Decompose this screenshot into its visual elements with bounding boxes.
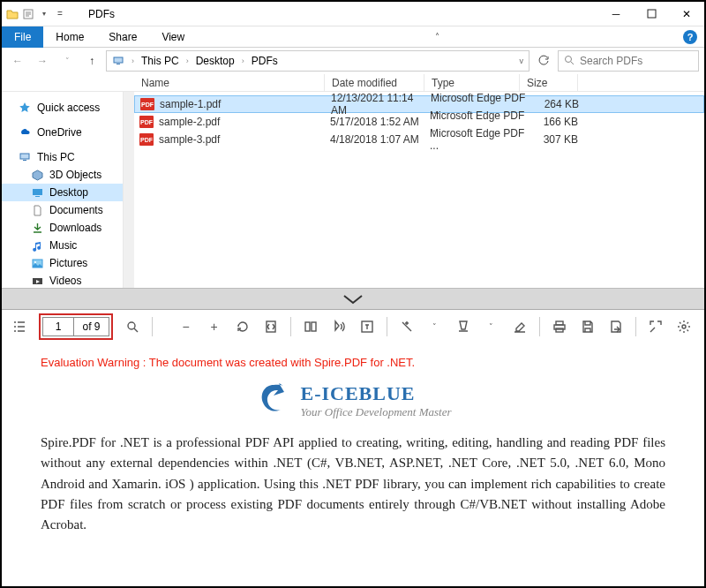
page-total: of 9 xyxy=(74,317,109,336)
svg-rect-3 xyxy=(116,64,120,64)
draw-icon[interactable] xyxy=(398,318,416,335)
erase-icon[interactable] xyxy=(511,318,529,335)
add-text-icon[interactable] xyxy=(358,318,376,335)
qat-dropdown-icon[interactable]: ▾ xyxy=(37,7,51,21)
zoom-in-icon[interactable]: + xyxy=(206,318,223,335)
nav-label: Desktop xyxy=(49,186,88,199)
back-button[interactable]: ← xyxy=(7,50,28,72)
file-name: sample-3.pdf xyxy=(159,133,220,146)
document-body: Spire.PDF for .NET is a professional PDF… xyxy=(41,433,665,535)
properties-icon[interactable] xyxy=(21,7,35,21)
settings-icon[interactable] xyxy=(675,318,693,335)
star-icon xyxy=(18,101,32,115)
refresh-button[interactable] xyxy=(533,50,554,72)
pdf-icon: PDF xyxy=(139,116,154,128)
fullscreen-icon[interactable] xyxy=(647,318,665,335)
ribbon-expand-icon[interactable]: ˄ xyxy=(435,32,439,41)
search-box[interactable]: Search PDFs xyxy=(558,50,699,72)
page-view-icon[interactable] xyxy=(302,318,319,335)
up-button[interactable]: ↑ xyxy=(81,50,102,72)
breadcrumb-current[interactable]: PDFs xyxy=(248,51,282,71)
highlight-dropdown-icon[interactable]: ˅ xyxy=(483,318,500,335)
ribbon-tabs: File Home Share View ˄ ? xyxy=(2,26,704,48)
title-bar: ▾ = PDFs ─ ✕ xyxy=(2,2,704,26)
nav-documents[interactable]: Documents xyxy=(2,201,123,219)
rotate-icon[interactable] xyxy=(234,318,252,335)
svg-rect-21 xyxy=(556,328,563,332)
address-dropdown-icon[interactable]: v xyxy=(516,51,528,71)
print-icon[interactable] xyxy=(551,318,568,335)
nav-desktop[interactable]: Desktop xyxy=(2,184,123,201)
nav-label: Music xyxy=(49,239,77,252)
close-button[interactable]: ✕ xyxy=(669,2,704,26)
file-size: 166 KB xyxy=(525,113,583,131)
save-icon[interactable] xyxy=(579,318,597,335)
file-size: 264 KB xyxy=(526,96,584,112)
find-icon[interactable] xyxy=(124,318,141,335)
file-row[interactable]: PDFsample-3.pdf 4/18/2018 1:07 AM Micros… xyxy=(134,131,704,148)
nav-music[interactable]: Music xyxy=(2,237,123,254)
search-icon xyxy=(564,55,575,68)
page-input[interactable] xyxy=(42,317,74,336)
help-button[interactable]: ? xyxy=(683,30,697,44)
draw-dropdown-icon[interactable]: ˅ xyxy=(426,318,444,335)
read-aloud-icon[interactable] xyxy=(330,318,348,335)
folder-icon xyxy=(5,7,19,21)
svg-rect-16 xyxy=(305,322,310,331)
nav-scrollbar[interactable] xyxy=(124,92,134,288)
forward-button[interactable]: → xyxy=(32,50,53,72)
file-row[interactable]: PDFsample-2.pdf 5/17/2018 1:52 AM Micros… xyxy=(134,113,704,131)
nav-3d-objects[interactable]: 3D Objects xyxy=(2,166,123,184)
address-bar: ← → ˅ ↑ › This PC › Desktop › PDFs v Sea… xyxy=(2,48,704,74)
minimize-button[interactable]: ─ xyxy=(598,2,634,26)
chevron-down-icon xyxy=(342,293,364,305)
tab-share[interactable]: Share xyxy=(96,26,149,48)
recent-locations-icon[interactable]: ˅ xyxy=(56,50,78,72)
svg-rect-1 xyxy=(648,10,656,18)
document-icon xyxy=(30,203,44,217)
qat-overflow-icon[interactable]: = xyxy=(53,7,67,21)
svg-point-14 xyxy=(128,322,135,329)
nav-this-pc[interactable]: This PC xyxy=(2,148,123,166)
column-type[interactable]: Type xyxy=(424,74,520,91)
svg-rect-6 xyxy=(23,160,26,161)
file-date: 12/13/2021 11:14 AM xyxy=(331,96,431,112)
address-field[interactable]: › This PC › Desktop › PDFs v xyxy=(106,50,530,72)
nav-label: OneDrive xyxy=(37,126,82,139)
window-title: PDFs xyxy=(71,8,598,20)
breadcrumb-root[interactable]: This PC xyxy=(138,51,183,71)
breadcrumb-desktop[interactable]: Desktop xyxy=(192,51,238,71)
column-size[interactable]: Size xyxy=(520,74,578,91)
tab-view[interactable]: View xyxy=(149,26,197,48)
highlight-icon[interactable] xyxy=(454,318,472,335)
swirl-icon xyxy=(254,381,293,420)
brand-name: E-ICEBLUE xyxy=(300,382,451,405)
file-date: 5/17/2018 1:52 AM xyxy=(330,113,430,131)
cube-icon xyxy=(30,168,44,182)
contents-icon[interactable] xyxy=(11,318,28,335)
svg-rect-7 xyxy=(33,189,42,195)
tab-file[interactable]: File xyxy=(2,26,43,48)
nav-downloads[interactable]: Downloads xyxy=(2,219,123,237)
music-icon xyxy=(30,238,44,253)
maximize-button[interactable] xyxy=(634,2,669,26)
fit-page-icon[interactable] xyxy=(262,318,280,335)
column-date[interactable]: Date modified xyxy=(325,74,424,91)
nav-quick-access[interactable]: Quick access xyxy=(2,99,123,117)
file-row[interactable]: PDFsample-1.pdf 12/13/2021 11:14 AM Micr… xyxy=(134,95,704,113)
pdf-icon: PDF xyxy=(140,98,154,110)
save-as-icon[interactable] xyxy=(607,318,625,335)
tab-home[interactable]: Home xyxy=(43,26,96,48)
nav-onedrive[interactable]: OneDrive xyxy=(2,124,123,141)
file-size: 307 KB xyxy=(525,131,583,148)
pc-icon xyxy=(18,150,32,164)
pane-divider[interactable] xyxy=(2,288,704,309)
svg-point-22 xyxy=(682,325,686,328)
file-date: 4/18/2018 1:07 AM xyxy=(330,131,430,148)
column-name[interactable]: Name xyxy=(134,74,325,91)
nav-videos[interactable]: Videos xyxy=(2,272,123,288)
brand-tagline: Your Office Development Master xyxy=(300,405,451,419)
nav-pictures[interactable]: Pictures xyxy=(2,254,123,272)
column-headers: Name Date modified Type Size xyxy=(2,74,704,92)
zoom-out-icon[interactable]: − xyxy=(177,318,195,335)
